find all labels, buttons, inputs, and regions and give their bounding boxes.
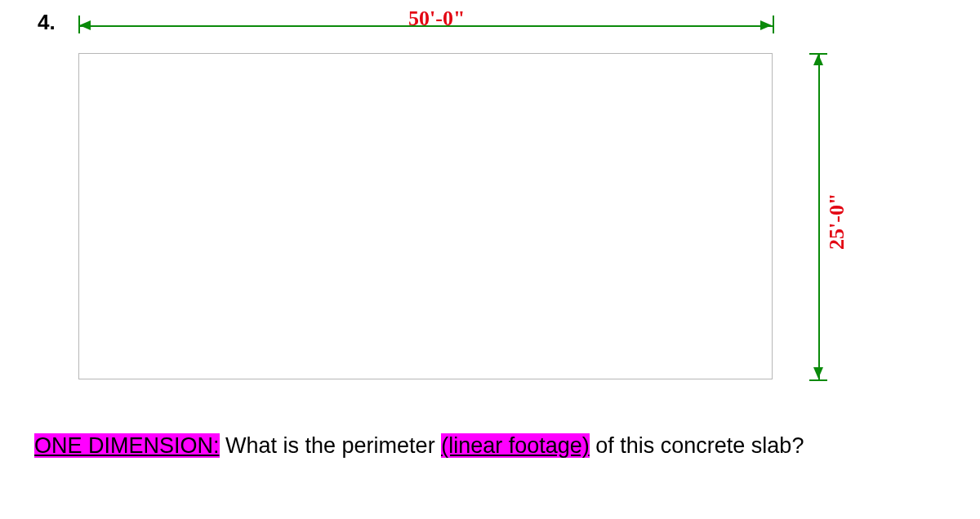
dim-top-arrow-left-icon bbox=[79, 20, 91, 30]
dim-right-label: 25'-0" bbox=[825, 193, 849, 250]
question-label-highlight: ONE DIMENSION: bbox=[34, 433, 220, 458]
question-highlight-2: (linear footage) bbox=[441, 433, 590, 458]
dim-top-arrow-right-icon bbox=[760, 20, 772, 30]
worksheet-page: 4. 50'-0" 25'-0" ONE DIMENSION: What is … bbox=[0, 0, 980, 519]
dim-top-tick-right bbox=[773, 16, 774, 33]
dim-right-arrow-top-icon bbox=[813, 54, 823, 65]
dim-right-tick-bot bbox=[809, 379, 827, 381]
question-text-2: of this concrete slab? bbox=[590, 433, 804, 458]
dim-top-label: 50'-0" bbox=[408, 7, 465, 31]
slab-rectangle bbox=[78, 53, 773, 379]
dim-right-line bbox=[818, 53, 820, 379]
dim-right-arrow-bot-icon bbox=[813, 367, 823, 379]
question-number: 4. bbox=[38, 10, 56, 35]
question-text-1: What is the perimeter bbox=[220, 433, 442, 458]
question-text: ONE DIMENSION: What is the perimeter (li… bbox=[34, 432, 804, 459]
